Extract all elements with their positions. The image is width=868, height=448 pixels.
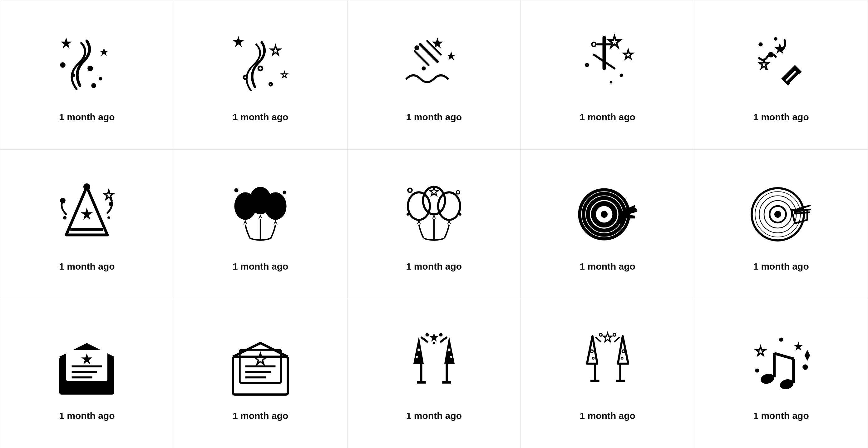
svg-rect-81: [417, 381, 426, 384]
timestamp-label: 1 month ago: [406, 261, 462, 272]
svg-point-34: [765, 67, 768, 70]
svg-point-114: [802, 364, 808, 370]
svg-marker-20: [609, 36, 620, 47]
timestamp-label: 1 month ago: [232, 261, 288, 272]
list-item[interactable]: 1 month ago: [521, 299, 694, 448]
list-item[interactable]: 1 month ago: [694, 0, 868, 150]
svg-point-104: [613, 333, 616, 336]
list-item[interactable]: 1 month ago: [347, 150, 521, 299]
svg-point-45: [235, 188, 239, 192]
svg-point-26: [585, 63, 589, 67]
svg-marker-8: [271, 46, 280, 55]
svg-marker-76: [255, 353, 266, 364]
timestamp-label: 1 month ago: [580, 411, 636, 421]
icon-grid: 1 month ago 1 month ago: [0, 0, 868, 448]
svg-point-54: [406, 213, 409, 215]
svg-point-27: [619, 73, 623, 77]
confetti-stars-2-icon: [226, 31, 295, 99]
svg-marker-112: [794, 341, 803, 351]
svg-marker-113: [756, 347, 765, 356]
list-item[interactable]: 1 month ago: [694, 299, 868, 448]
timestamp-label: 1 month ago: [406, 112, 462, 122]
svg-point-100: [622, 350, 625, 353]
list-item[interactable]: 1 month ago: [174, 150, 347, 299]
list-item[interactable]: 1 month ago: [347, 299, 521, 448]
svg-line-18: [415, 51, 428, 65]
list-item[interactable]: 1 month ago: [521, 0, 694, 150]
svg-point-115: [755, 368, 759, 372]
timestamp-label: 1 month ago: [232, 112, 288, 122]
list-item[interactable]: 1 month ago: [0, 150, 174, 299]
party-hat-1-icon: [53, 180, 121, 249]
svg-line-89: [441, 337, 446, 341]
confetti-stars-1-icon: [53, 31, 121, 99]
svg-point-6: [91, 83, 96, 88]
svg-point-41: [107, 216, 110, 219]
svg-marker-21: [623, 50, 632, 59]
list-item[interactable]: 1 month ago: [694, 150, 868, 299]
champagne-outline-icon: [573, 329, 642, 398]
svg-marker-14: [447, 51, 456, 60]
svg-point-101: [621, 357, 623, 359]
envelope-star-outline-icon: [226, 329, 295, 398]
party-popper-1-icon: [747, 31, 815, 99]
svg-line-111: [774, 353, 794, 359]
svg-marker-9: [282, 72, 287, 78]
svg-point-64: [774, 211, 781, 218]
vinyl-hand-outline-icon: [747, 180, 815, 249]
svg-point-87: [450, 356, 453, 358]
svg-point-22: [592, 42, 596, 46]
svg-rect-80: [420, 364, 423, 381]
svg-point-83: [416, 356, 418, 358]
svg-point-12: [270, 83, 272, 86]
timestamp-label: 1 month ago: [406, 411, 462, 421]
svg-point-33: [774, 37, 777, 40]
timestamp-label: 1 month ago: [580, 261, 636, 272]
music-notes-icon: [747, 329, 815, 398]
svg-marker-90: [430, 333, 439, 342]
svg-marker-32: [760, 59, 768, 68]
confetti-stars-4-icon: [573, 31, 642, 99]
svg-line-88: [422, 337, 427, 341]
timestamp-label: 1 month ago: [59, 411, 115, 421]
svg-point-30: [758, 42, 763, 46]
timestamp-label: 1 month ago: [580, 112, 636, 122]
svg-line-106: [615, 337, 619, 341]
svg-marker-39: [104, 190, 113, 199]
svg-point-49: [438, 192, 460, 220]
svg-point-97: [592, 357, 594, 359]
svg-point-92: [439, 333, 442, 336]
svg-point-86: [448, 348, 451, 351]
list-item[interactable]: 1 month ago: [521, 150, 694, 299]
list-item[interactable]: 1 month ago: [0, 0, 174, 150]
svg-marker-36: [81, 207, 93, 220]
svg-point-48: [408, 192, 430, 220]
svg-point-96: [590, 350, 593, 353]
champagne-filled-icon: [400, 329, 468, 398]
svg-point-5: [60, 62, 66, 68]
svg-point-40: [63, 216, 66, 219]
timestamp-label: 1 month ago: [59, 261, 115, 272]
svg-rect-84: [445, 364, 448, 381]
list-item[interactable]: 1 month ago: [0, 299, 174, 448]
timestamp-label: 1 month ago: [59, 112, 115, 122]
svg-point-15: [414, 45, 419, 50]
vinyl-hand-filled-icon: [573, 180, 642, 249]
svg-rect-85: [442, 381, 451, 384]
svg-point-58: [601, 211, 608, 218]
timestamp-label: 1 month ago: [753, 411, 809, 421]
confetti-stars-3-icon: [400, 31, 468, 99]
svg-point-52: [456, 190, 460, 194]
svg-point-51: [408, 188, 412, 192]
list-item[interactable]: 1 month ago: [174, 299, 347, 448]
list-item[interactable]: 1 month ago: [174, 0, 347, 150]
list-item[interactable]: 1 month ago: [347, 0, 521, 150]
balloons-filled-icon: [226, 180, 295, 249]
svg-marker-7: [233, 36, 244, 47]
timestamp-label: 1 month ago: [753, 261, 809, 272]
svg-point-4: [99, 77, 102, 80]
svg-line-105: [596, 337, 600, 341]
svg-point-116: [779, 337, 783, 341]
svg-point-82: [417, 348, 420, 351]
svg-point-28: [610, 81, 612, 83]
